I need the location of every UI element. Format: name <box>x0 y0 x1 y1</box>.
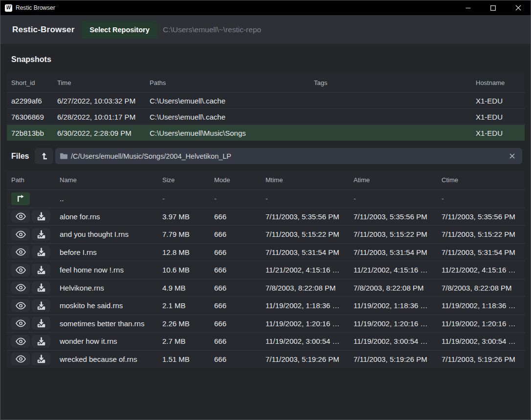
file-row[interactable]: wonder how it.rns 2.7 MB 666 11/19/2002,… <box>7 332 525 350</box>
download-file-button[interactable] <box>32 264 50 276</box>
download-file-button[interactable] <box>32 353 50 365</box>
file-size: 1.51 MB <box>158 355 210 363</box>
column-header-short-id[interactable]: Short_id <box>7 79 53 86</box>
file-atime: 11/19/2002, 3:00:54 PM <box>349 337 437 345</box>
file-row[interactable]: sometimes better than.rns 2.26 MB 666 11… <box>7 315 525 333</box>
file-size: 12.8 MB <box>158 248 210 256</box>
file-mode: 666 <box>210 301 261 310</box>
eye-icon <box>16 284 26 292</box>
download-file-button[interactable] <box>32 299 50 312</box>
column-header-time[interactable]: Time <box>53 79 145 86</box>
download-icon <box>37 319 46 328</box>
eye-icon <box>16 319 26 327</box>
snapshot-time: 6/28/2022, 10:01:17 PM <box>53 113 145 121</box>
file-atime: 7/11/2003, 5:31:54 PM <box>349 248 437 256</box>
clear-path-button[interactable] <box>507 151 517 162</box>
window-title: Restic Browser <box>16 4 55 11</box>
minimize-button[interactable] <box>456 0 481 15</box>
preview-file-button[interactable] <box>11 246 30 258</box>
file-mode: 666 <box>210 248 261 256</box>
preview-file-button[interactable] <box>11 281 30 294</box>
snapshot-time: 6/30/2022, 2:28:09 PM <box>53 129 145 137</box>
file-name: Helvikone.rns <box>55 284 158 292</box>
file-mtime: 11/21/2002, 4:15:16 PM <box>261 266 349 274</box>
download-file-button[interactable] <box>32 281 50 294</box>
snapshot-paths: C:\Users\emuell\.cache <box>145 113 310 121</box>
column-header-hostname[interactable]: Hostname <box>471 79 525 86</box>
file-mtime: 11/19/2002, 1:18:36 PM <box>261 301 349 310</box>
current-path-bar[interactable]: /C/Users/emuell/Music/Songs/2004_Helveti… <box>55 148 522 164</box>
file-row[interactable]: Helvikone.rns 4.9 MB 666 7/8/2003, 8:22:… <box>7 279 525 297</box>
download-file-button[interactable] <box>32 335 50 348</box>
files-table-header: Path Name Size Mode Mtime Atime Ctime <box>7 170 525 189</box>
column-header-name[interactable]: Name <box>55 176 158 184</box>
file-row[interactable]: feel home now !.rns 10.6 MB 666 11/21/20… <box>7 261 525 279</box>
file-atime: 7/11/2003, 5:19:26 PM <box>349 355 437 363</box>
file-atime: 7/11/2003, 5:35:56 PM <box>349 212 437 221</box>
preview-file-button[interactable] <box>11 210 30 223</box>
download-file-button[interactable] <box>32 317 50 330</box>
file-name: sometimes better than.rns <box>55 319 158 328</box>
file-row[interactable]: wrecked because of.rns 1.51 MB 666 7/11/… <box>7 350 525 368</box>
snapshot-hostname: X1-EDU <box>471 129 525 137</box>
column-header-mode[interactable]: Mode <box>210 176 261 184</box>
preview-file-button[interactable] <box>11 228 30 241</box>
go-up-button[interactable] <box>11 192 30 205</box>
parent-directory-button[interactable] <box>35 148 53 164</box>
select-repository-button[interactable]: Select Repository <box>82 21 157 39</box>
file-mode: 666 <box>210 319 261 328</box>
snapshot-row[interactable]: a2299af6 6/27/2022, 10:03:32 PM C:\Users… <box>7 92 525 108</box>
column-header-tags[interactable]: Tags <box>310 79 471 86</box>
level-up-icon <box>40 152 48 161</box>
preview-file-button[interactable] <box>11 353 30 365</box>
preview-file-button[interactable] <box>11 335 30 348</box>
column-header-size[interactable]: Size <box>158 176 210 184</box>
file-size: 2.7 MB <box>158 337 210 345</box>
file-ctime: 11/19/2002, 1:20:16 PM <box>437 319 525 328</box>
content-background <box>0 368 531 420</box>
snapshot-row-selected[interactable]: 72b813bb 6/30/2022, 2:28:09 PM C:\Users\… <box>7 125 525 141</box>
file-size: 3.97 MB <box>158 212 210 221</box>
snapshot-row[interactable]: 76306869 6/28/2022, 10:01:17 PM C:\Users… <box>7 108 525 125</box>
file-row-actions <box>7 210 55 223</box>
file-atime: 11/21/2002, 4:15:16 PM <box>349 266 437 274</box>
preview-file-button[interactable] <box>11 299 30 312</box>
folder-icon <box>60 152 68 160</box>
file-mode: 666 <box>210 230 261 238</box>
file-atime: - <box>349 194 437 203</box>
download-icon <box>37 355 46 363</box>
snapshot-short-id: 76306869 <box>7 113 53 121</box>
maximize-button[interactable] <box>481 0 506 15</box>
eye-icon <box>16 212 26 220</box>
file-atime: 7/8/2003, 8:22:08 PM <box>349 284 437 292</box>
file-row[interactable]: before I.rns 12.8 MB 666 7/11/2003, 5:31… <box>7 243 525 261</box>
eye-icon <box>16 231 26 238</box>
download-icon <box>37 283 46 292</box>
files-table: Path Name Size Mode Mtime Atime Ctime ..… <box>7 170 525 368</box>
file-ctime: 11/19/2002, 3:00:54 PM <box>437 337 525 345</box>
file-mtime: 7/11/2003, 5:35:56 PM <box>261 212 349 221</box>
download-file-button[interactable] <box>32 246 50 258</box>
file-row-actions <box>7 317 55 330</box>
close-button[interactable] <box>506 0 531 15</box>
column-header-ctime[interactable]: Ctime <box>437 176 525 184</box>
download-file-button[interactable] <box>32 210 50 223</box>
column-header-mtime[interactable]: Mtime <box>261 176 349 184</box>
column-header-path[interactable]: Path <box>7 176 55 184</box>
column-header-paths[interactable]: Paths <box>145 79 310 86</box>
file-row-parent[interactable]: .. - - - - - <box>7 189 525 208</box>
preview-file-button[interactable] <box>11 317 30 330</box>
file-row[interactable]: and you thought I.rns 7.79 MB 666 7/11/2… <box>7 225 525 243</box>
file-row[interactable]: alone for.rns 3.97 MB 666 7/11/2003, 5:3… <box>7 208 525 226</box>
column-header-atime[interactable]: Atime <box>349 176 437 184</box>
file-ctime: 7/11/2003, 5:19:26 PM <box>437 355 525 363</box>
file-row[interactable]: moskito he said.rns 2.1 MB 666 11/19/200… <box>7 296 525 315</box>
file-name: feel home now !.rns <box>55 266 158 274</box>
maximize-icon <box>490 5 496 11</box>
file-ctime: 7/8/2003, 8:22:08 PM <box>437 284 525 292</box>
download-file-button[interactable] <box>32 228 50 241</box>
snapshot-hostname: X1-EDU <box>471 113 525 121</box>
preview-file-button[interactable] <box>11 264 30 276</box>
file-mode: 666 <box>210 212 261 221</box>
snapshot-time: 6/27/2022, 10:03:32 PM <box>53 97 145 105</box>
